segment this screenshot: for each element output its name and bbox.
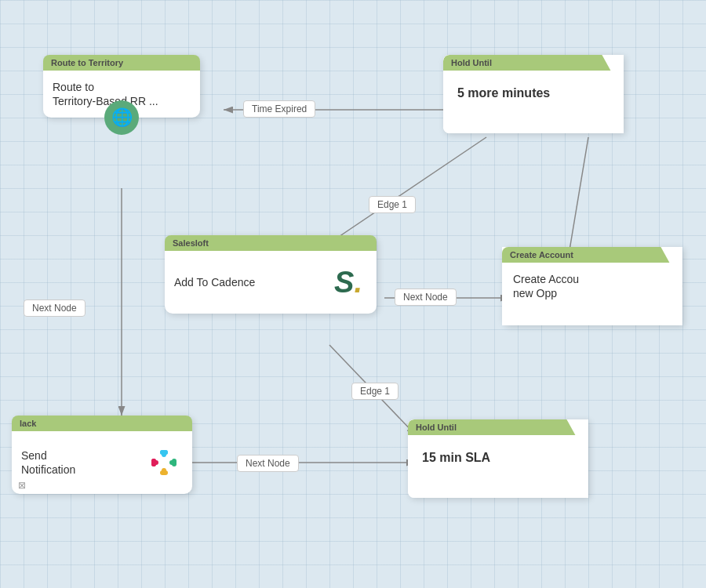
salesloft-icon: S.: [329, 263, 367, 301]
svg-point-9: [162, 452, 166, 457]
slack-icon: [145, 444, 183, 481]
route-to-territory-header: Route to Territory: [43, 55, 200, 71]
slack-node[interactable]: lack Send Notification: [12, 416, 192, 494]
edge1-bottom-label: Edge 1: [351, 383, 398, 400]
slack-header: lack: [12, 416, 192, 431]
salesloft-node[interactable]: Salesloft Add To Cadence S.: [165, 235, 377, 314]
slack-label: Send Notification: [21, 448, 75, 477]
salesloft-header: Salesloft: [165, 235, 377, 251]
route-to-territory-label: Route to Territory-Based RR ...: [53, 80, 158, 108]
create-account-header: Create Account: [502, 247, 682, 263]
hold-until-15min-node[interactable]: Hold Until 15 min SLA: [408, 419, 588, 498]
globe-icon: 🌐: [104, 100, 139, 135]
salesloft-label: Add To Cadence: [174, 275, 255, 289]
hold-until-15min-label: 15 min SLA: [422, 450, 490, 466]
edge1-top-label: Edge 1: [369, 196, 416, 213]
arrow-edge1-top: [329, 137, 486, 243]
time-expired-label: Time Expired: [243, 100, 315, 118]
create-account-node[interactable]: Create Account Create Accou new Opp: [502, 247, 682, 325]
workflow-canvas: Route to Territory Route to Territory-Ba…: [0, 0, 706, 588]
svg-point-10: [169, 460, 174, 465]
next-node-2-label: Next Node: [395, 289, 457, 306]
svg-point-11: [162, 468, 166, 473]
hold-until-5min-header: Hold Until: [443, 55, 624, 71]
route-to-territory-node[interactable]: Route to Territory Route to Territory-Ba…: [43, 55, 200, 118]
hold-until-5min-label: 5 more minutes: [457, 85, 550, 102]
hold-until-5min-node[interactable]: Hold Until 5 more minutes: [443, 55, 624, 133]
next-node-3-label: Next Node: [237, 455, 299, 472]
create-account-label: Create Accou new Opp: [513, 272, 579, 300]
hold-until-15min-header: Hold Until: [408, 419, 588, 435]
next-node-1-label: Next Node: [24, 299, 86, 317]
svg-point-8: [154, 460, 158, 465]
slack-badge: ⊠: [18, 480, 26, 491]
